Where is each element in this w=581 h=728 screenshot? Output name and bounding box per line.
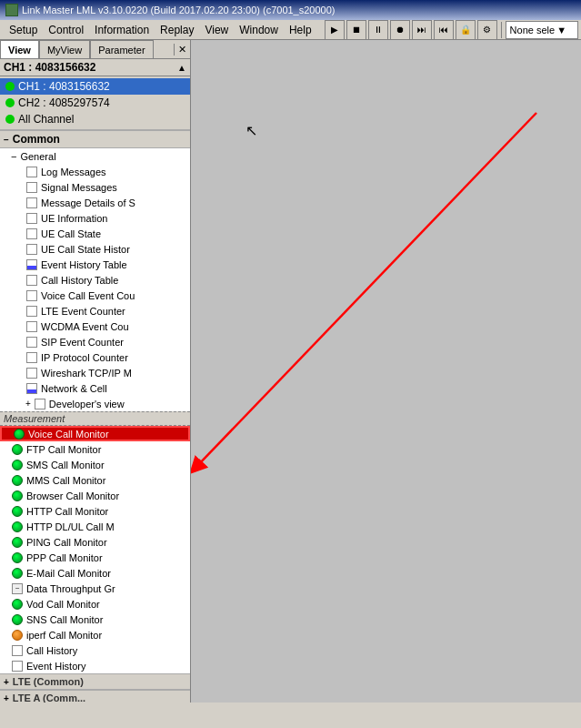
ping-call-monitor-label: PING Call Monitor xyxy=(26,537,107,548)
tree-item-data-throughput[interactable]: ~ Data Throughput Gr xyxy=(0,581,190,596)
tree-item-voice-call-event-counter[interactable]: Voice Call Event Cou xyxy=(7,288,190,303)
tree-item-voice-call-monitor[interactable]: Voice Call Monitor xyxy=(0,426,190,441)
toolbar-btn-8[interactable]: ⚙ xyxy=(477,20,497,40)
network-cell-icon xyxy=(25,382,38,395)
tree-item-wireshark[interactable]: Wireshark TCP/IP M xyxy=(7,365,190,380)
tree-container: − Common − General Log Messages xyxy=(0,130,190,703)
main-container: View MyView Parameter ✕ CH1 : 4083156632… xyxy=(0,40,581,703)
menu-replay[interactable]: Replay xyxy=(155,22,199,38)
vod-call-monitor-icon xyxy=(11,598,24,611)
tree-item-ue-call-state-history[interactable]: UE Call State Histor xyxy=(7,241,190,257)
app-icon xyxy=(5,4,18,16)
menu-window[interactable]: Window xyxy=(234,22,284,38)
title-bar: Link Master LML v3.10.0220 (Build 2017.0… xyxy=(0,0,581,20)
tree-item-ip-protocol-counter[interactable]: IP Protocol Counter xyxy=(7,349,190,365)
common-label: Common xyxy=(13,133,60,146)
browser-call-monitor-label: Browser Call Monitor xyxy=(26,490,119,501)
voice-call-monitor-label: Voice Call Monitor xyxy=(28,429,109,440)
lte-a-label: LTE A (Comm... xyxy=(13,693,85,703)
toolbar-btn-5[interactable]: ⏭ xyxy=(412,20,432,40)
menu-information[interactable]: Information xyxy=(89,22,155,38)
tree-item-iperf-call-monitor[interactable]: iperf Call Monitor xyxy=(0,627,190,642)
log-messages-icon xyxy=(25,166,38,178)
tree-item-developers-view[interactable]: + Developer's view xyxy=(7,396,190,411)
message-details-label: Message Details of S xyxy=(41,197,135,208)
toolbar-btn-6[interactable]: ⏮ xyxy=(434,20,454,40)
wcdma-event-counter-icon xyxy=(25,320,38,333)
tree-item-log-messages[interactable]: Log Messages xyxy=(7,164,190,179)
tree-item-http-dlul[interactable]: HTTP DL/UL Call M xyxy=(0,519,190,534)
mms-call-monitor-label: MMS Call Monitor xyxy=(26,475,105,486)
ppp-call-monitor-icon xyxy=(11,551,24,564)
lte-a-header[interactable]: + LTE A (Comm... xyxy=(0,690,190,703)
toolbar-btn-7[interactable]: 🔒 xyxy=(456,20,476,40)
developers-view-icon xyxy=(34,398,46,410)
all-label: All Channel xyxy=(18,113,74,126)
tree-item-message-details[interactable]: Message Details of S xyxy=(7,195,190,210)
all-indicator xyxy=(5,115,15,124)
menu-view[interactable]: View xyxy=(199,22,234,38)
toolbar-btn-4[interactable]: ⏺ xyxy=(390,20,410,40)
channel-item-all[interactable]: All Channel xyxy=(0,111,190,127)
email-call-monitor-icon xyxy=(11,567,24,580)
tree-item-mms-call-monitor[interactable]: MMS Call Monitor xyxy=(0,472,190,488)
tab-view[interactable]: View xyxy=(0,40,39,58)
tree-item-lte-event-counter[interactable]: LTE Event Counter xyxy=(7,303,190,318)
call-history-label: Call History xyxy=(26,645,77,656)
common-section: − Common − General Log Messages xyxy=(0,130,190,411)
wireshark-icon xyxy=(25,367,38,379)
dropdown-arrow[interactable]: ▼ xyxy=(556,25,566,35)
common-section-header[interactable]: − Common xyxy=(0,130,190,148)
toolbar-btn-1[interactable]: ▶ xyxy=(325,20,345,40)
tree-item-event-history[interactable]: Event History xyxy=(0,658,190,673)
lte-a-arrow: + xyxy=(4,693,9,703)
data-throughput-icon: ~ xyxy=(11,582,24,595)
tree-item-call-history[interactable]: Call History xyxy=(0,642,190,658)
tree-item-ue-information[interactable]: UE Information xyxy=(7,210,190,226)
tab-myview[interactable]: MyView xyxy=(39,40,90,58)
tree-item-sms-call-monitor[interactable]: SMS Call Monitor xyxy=(0,457,190,472)
measurement-label: Measurement xyxy=(0,411,190,426)
ue-information-icon xyxy=(25,212,38,225)
toolbar-dropdown[interactable]: None sele ▼ xyxy=(506,21,578,39)
menu-control[interactable]: Control xyxy=(43,22,89,38)
tab-close-btn[interactable]: ✕ xyxy=(174,44,190,56)
tree-item-sip-event-counter[interactable]: SIP Event Counter xyxy=(7,334,190,349)
tree-item-ping-call-monitor[interactable]: PING Call Monitor xyxy=(0,534,190,550)
tree-item-ppp-call-monitor[interactable]: PPP Call Monitor xyxy=(0,550,190,565)
lte-common-header[interactable]: + LTE (Common) xyxy=(0,673,190,690)
general-header[interactable]: − General xyxy=(7,148,190,164)
channel-expand-btn[interactable]: ▲ xyxy=(177,63,186,73)
tree-item-vod-call-monitor[interactable]: Vod Call Monitor xyxy=(0,596,190,612)
tab-parameter[interactable]: Parameter xyxy=(90,40,153,58)
ip-protocol-counter-icon xyxy=(25,351,38,364)
tree-item-http-call-monitor[interactable]: HTTP Call Monitor xyxy=(0,503,190,519)
tab-bar: View MyView Parameter ✕ xyxy=(0,40,190,59)
channel-item-ch1[interactable]: CH1 : 4083156632 xyxy=(0,78,190,95)
tree-item-ftp-call-monitor[interactable]: FTP Call Monitor xyxy=(0,441,190,457)
channel-header-text: CH1 : 4083156632 xyxy=(4,61,95,74)
wireshark-label: Wireshark TCP/IP M xyxy=(41,368,132,379)
voice-call-event-counter-label: Voice Call Event Cou xyxy=(41,290,135,301)
tree-item-email-call-monitor[interactable]: E-Mail Call Monitor xyxy=(0,565,190,581)
ch1-label: CH1 : 4083156632 xyxy=(18,80,110,93)
tree-item-browser-call-monitor[interactable]: Browser Call Monitor xyxy=(0,488,190,503)
tree-item-sns-call-monitor[interactable]: SNS Call Monitor xyxy=(0,612,190,627)
toolbar-separator xyxy=(501,22,502,38)
voice-call-event-counter-icon xyxy=(25,289,38,302)
tree-item-signal-messages[interactable]: Signal Messages xyxy=(7,179,190,195)
tree-item-event-history-table[interactable]: Event History Table xyxy=(7,257,190,272)
toolbar-btn-2[interactable]: ⏹ xyxy=(346,20,366,40)
toolbar-btn-3[interactable]: ⏸ xyxy=(368,20,388,40)
tree-item-ue-call-state[interactable]: UE Call State xyxy=(7,226,190,241)
dropdown-label: None sele xyxy=(510,25,556,35)
tree-item-network-cell[interactable]: Network & Cell xyxy=(7,380,190,396)
menu-help[interactable]: Help xyxy=(284,22,317,38)
menu-setup[interactable]: Setup xyxy=(4,22,43,38)
tree-item-call-history-table[interactable]: Call History Table xyxy=(7,272,190,288)
ftp-call-monitor-icon xyxy=(11,443,24,456)
ue-call-state-history-icon xyxy=(25,243,38,256)
tree-item-wcdma-event-counter[interactable]: WCDMA Event Cou xyxy=(7,318,190,334)
channel-item-ch2[interactable]: CH2 : 4085297574 xyxy=(0,95,190,111)
wcdma-event-counter-label: WCDMA Event Cou xyxy=(41,321,129,332)
